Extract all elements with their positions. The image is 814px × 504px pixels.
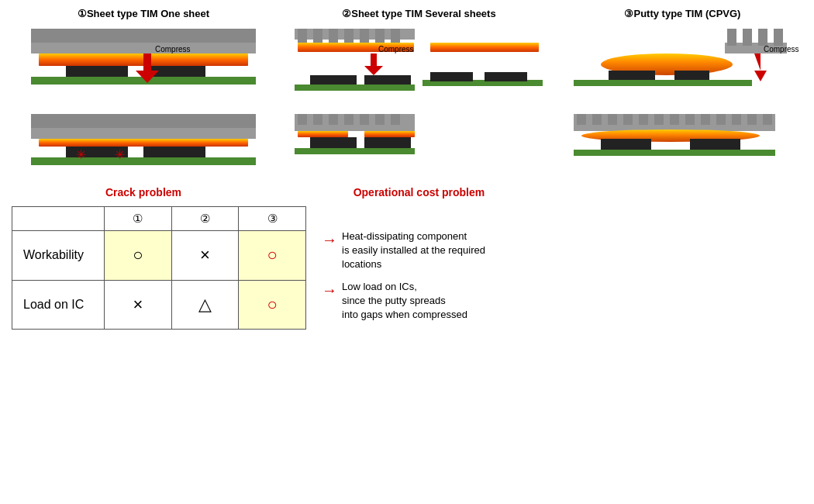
diagram2-top: Compress <box>287 27 550 112</box>
crack-problem-label: Crack problem <box>105 186 181 198</box>
table-header-3: ③ <box>239 207 306 231</box>
svg-rect-101 <box>690 139 740 150</box>
svg-rect-54 <box>481 43 539 52</box>
svg-rect-102 <box>574 150 775 156</box>
svg-rect-57 <box>430 72 473 81</box>
svg-text:✳: ✳ <box>76 148 86 161</box>
workability-col3: ○ <box>239 231 306 281</box>
svg-rect-79 <box>743 29 752 46</box>
svg-rect-42 <box>313 29 322 43</box>
svg-rect-78 <box>727 29 736 46</box>
svg-rect-71 <box>364 137 411 148</box>
svg-rect-46 <box>375 29 385 43</box>
diagram1-top: Compress <box>23 27 264 112</box>
table-row-workability: Workability ○ × ○ <box>12 231 306 281</box>
annotation-1-text: Heat-dissipating componentis easily inst… <box>342 230 485 272</box>
table-row-load: Load on IC × △ ○ <box>12 280 306 330</box>
bottom-section: ① ② ③ Workability ○ × <box>12 206 802 330</box>
svg-rect-15 <box>66 66 128 78</box>
col1-title: ①Sheet type TIM One sheet <box>78 8 209 19</box>
annotations-section: → Heat-dissipating componentis easily in… <box>322 206 485 330</box>
svg-rect-55 <box>295 85 415 91</box>
svg-rect-100 <box>601 139 651 150</box>
annotation-2-text: Low load on ICs,since the putty spreadsi… <box>342 280 467 323</box>
cost-problem-label: Operational cost problem <box>354 186 485 198</box>
svg-rect-41 <box>298 29 307 43</box>
load-col2: △ <box>171 280 239 330</box>
svg-rect-13 <box>31 43 256 54</box>
workability-col2: × <box>171 231 239 281</box>
workability-col1: ○ <box>105 231 172 281</box>
svg-rect-67 <box>295 125 415 131</box>
svg-rect-74 <box>609 71 655 81</box>
svg-rect-47 <box>391 29 400 43</box>
svg-rect-75 <box>674 71 709 81</box>
svg-rect-68 <box>298 131 348 137</box>
diagram-col-1: ①Sheet type TIM One sheet <box>12 8 275 22</box>
diagram3-bottom <box>566 112 798 186</box>
load-col1: × <box>105 280 172 330</box>
diagrams-titles-row: ①Sheet type TIM One sheet ②Sheet type TI… <box>12 8 802 22</box>
diagram-col-3: ③Putty type TIM (CPVG) <box>563 8 802 22</box>
arrow-right-icon-1: → <box>322 231 337 249</box>
svg-rect-81 <box>774 29 783 46</box>
svg-text:Compress: Compress <box>764 45 798 54</box>
load-col3: ○ <box>239 280 306 330</box>
col2-title: ②Sheet type TIM Several sheets <box>342 8 495 19</box>
svg-rect-44 <box>344 29 354 43</box>
table-header-2: ② <box>171 207 239 231</box>
diagram-col-2: ②Sheet type TIM Several sheets <box>275 8 563 22</box>
svg-text:Compress: Compress <box>378 45 414 54</box>
svg-rect-80 <box>758 29 767 46</box>
svg-rect-53 <box>364 75 411 86</box>
arrow-right-icon-2: → <box>322 281 337 299</box>
svg-rect-33 <box>31 128 256 139</box>
annotation-1: → Heat-dissipating componentis easily in… <box>322 230 485 272</box>
load-label: Load on IC <box>12 280 105 330</box>
svg-rect-70 <box>310 137 357 148</box>
table-empty-header <box>12 207 105 231</box>
main-container: ①Sheet type TIM One sheet ②Sheet type TI… <box>0 0 814 504</box>
svg-rect-36 <box>143 147 205 159</box>
svg-text:✳: ✳ <box>115 148 125 161</box>
diagram3-top: Compress <box>566 27 798 112</box>
diagram2-bottom <box>287 112 550 186</box>
workability-label: Workability <box>12 231 105 281</box>
svg-rect-34 <box>39 139 248 147</box>
comparison-table: ① ② ③ Workability ○ × <box>12 206 306 330</box>
annotation-2: → Low load on ICs,since the putty spread… <box>322 280 485 323</box>
svg-rect-37 <box>31 157 256 165</box>
diagram1-bottom: ✳ ✳ <box>23 112 264 186</box>
svg-rect-76 <box>574 80 752 86</box>
svg-rect-52 <box>310 75 357 86</box>
svg-rect-69 <box>364 131 415 137</box>
svg-rect-43 <box>329 29 338 43</box>
svg-rect-45 <box>360 29 369 43</box>
svg-marker-50 <box>364 54 383 75</box>
col3-title: ③Putty type TIM (CPVG) <box>624 8 740 19</box>
svg-marker-82 <box>754 54 767 81</box>
svg-text:Compress: Compress <box>155 45 191 54</box>
svg-rect-72 <box>295 148 415 154</box>
table-header-1: ① <box>105 207 172 231</box>
svg-rect-58 <box>485 72 527 81</box>
